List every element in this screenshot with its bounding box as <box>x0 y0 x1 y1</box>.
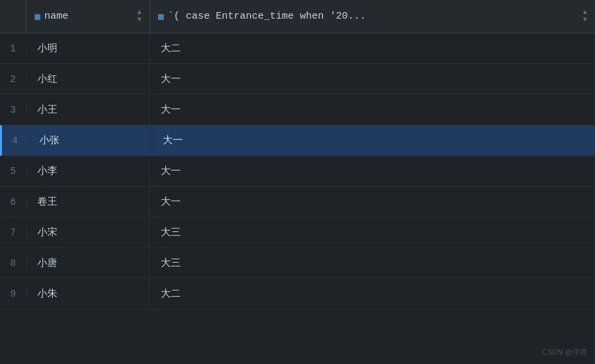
cell-grade: 大一 <box>150 187 595 216</box>
cell-name: 小明 <box>27 34 150 63</box>
cell-name: 卷王 <box>27 187 150 216</box>
cell-grade: 大三 <box>150 218 595 247</box>
cell-grade: 大一 <box>150 95 595 124</box>
row-number: 2 <box>0 74 27 85</box>
row-number: 3 <box>0 105 27 115</box>
table-row[interactable]: 1小明大二 <box>0 33 595 64</box>
row-number: 6 <box>0 197 27 207</box>
table-header: ▦ name ▲ ▼ ▦ `( case Entrance_time when … <box>0 0 595 33</box>
row-number: 7 <box>0 227 27 238</box>
name-sort-down: ▼ <box>137 17 141 23</box>
data-table: ▦ name ▲ ▼ ▦ `( case Entrance_time when … <box>0 0 595 364</box>
table-body: 1小明大二2小红大一3小王大一4小张大一5小李大一6卷王大一7小宋大三8小唐大三… <box>0 33 595 364</box>
cell-grade: 大三 <box>150 249 595 277</box>
cell-name: 小王 <box>27 95 150 124</box>
case-sort-down: ▼ <box>583 17 587 23</box>
cell-grade: 大一 <box>150 157 595 185</box>
table-row[interactable]: 5小李大一 <box>0 156 595 187</box>
cell-name: 小朱 <box>27 279 150 308</box>
case-sort-arrows[interactable]: ▲ ▼ <box>583 9 587 23</box>
table-row[interactable]: 3小王大一 <box>0 95 595 125</box>
cell-name: 小宋 <box>27 218 150 247</box>
name-sort-up: ▲ <box>137 9 141 16</box>
name-column-header[interactable]: ▦ name ▲ ▼ <box>27 0 150 33</box>
cell-name: 小张 <box>29 126 152 155</box>
row-number: 5 <box>0 166 27 177</box>
case-header-label: ▦ `( case Entrance_time when '20... <box>158 11 366 22</box>
table-row[interactable]: 9小朱大二 <box>0 279 595 309</box>
table-row[interactable]: 6卷王大一 <box>0 187 595 217</box>
row-number: 1 <box>0 43 27 54</box>
cell-grade: 大二 <box>150 279 595 308</box>
watermark: CSDN @浮霓 <box>542 347 587 357</box>
case-grid-icon: ▦ <box>158 11 163 22</box>
name-grid-icon: ▦ <box>35 11 40 22</box>
case-header-text: `( case Entrance_time when '20... <box>167 11 366 22</box>
row-number: 4 <box>2 135 29 146</box>
name-sort-arrows[interactable]: ▲ ▼ <box>137 9 141 23</box>
table-row[interactable]: 2小红大一 <box>0 64 595 95</box>
cell-grade: 大二 <box>150 34 595 63</box>
name-header-text: name <box>44 11 68 22</box>
cell-name: 小唐 <box>27 249 150 277</box>
cell-grade: 大一 <box>150 65 595 93</box>
table-row[interactable]: 4小张大一 <box>0 125 595 156</box>
name-header-label: ▦ name <box>35 11 68 22</box>
case-column-header[interactable]: ▦ `( case Entrance_time when '20... ▲ ▼ <box>150 0 595 33</box>
table-row[interactable]: 7小宋大三 <box>0 217 595 248</box>
cell-grade: 大一 <box>152 126 595 155</box>
cell-name: 小红 <box>27 65 150 93</box>
case-sort-up: ▲ <box>583 9 587 16</box>
cell-name: 小李 <box>27 157 150 185</box>
table-row[interactable]: 8小唐大三 <box>0 248 595 279</box>
row-num-header <box>0 0 27 33</box>
row-number: 9 <box>0 289 27 299</box>
row-number: 8 <box>0 258 27 269</box>
